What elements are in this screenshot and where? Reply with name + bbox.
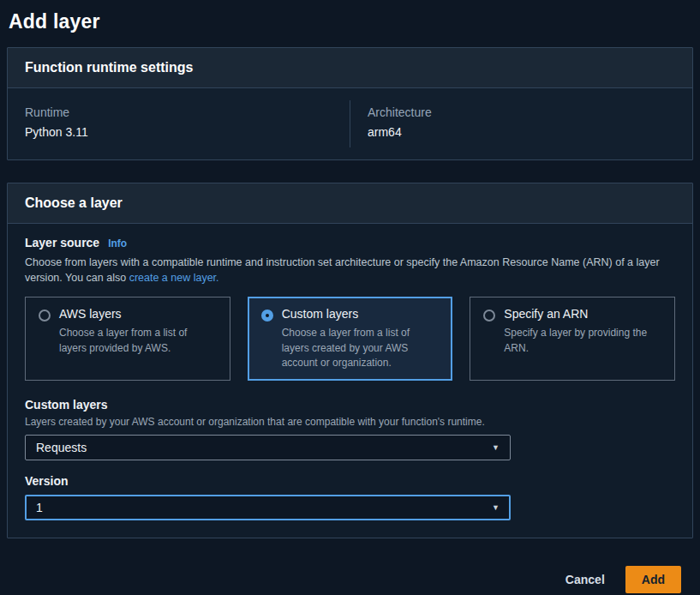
- tile-label: Custom layers: [282, 307, 440, 321]
- create-new-layer-link[interactable]: create a new layer.: [129, 272, 219, 284]
- version-label: Version: [25, 474, 675, 488]
- custom-layers-select[interactable]: Requests ▼: [25, 435, 511, 460]
- tile-description: Choose a layer from a list of layers cre…: [282, 326, 440, 370]
- choose-a-layer-title: Choose a layer: [25, 195, 675, 211]
- radio-unchecked-icon[interactable]: [39, 310, 51, 322]
- add-layer-page: Add layer Function runtime settings Runt…: [0, 0, 700, 593]
- function-runtime-settings-header: Function runtime settings: [8, 48, 692, 88]
- layer-source-label-row: Layer source Info: [25, 236, 675, 249]
- info-link[interactable]: Info: [108, 237, 127, 249]
- tile-label: Specify an ARN: [504, 307, 661, 321]
- tile-text: AWS layers Choose a layer from a list of…: [59, 307, 217, 356]
- custom-layers-field: Custom layers Layers created by your AWS…: [25, 398, 675, 460]
- choose-a-layer-header: Choose a layer: [8, 183, 692, 224]
- tile-label: AWS layers: [59, 307, 217, 321]
- custom-layers-help-text: Layers created by your AWS account or or…: [25, 416, 675, 428]
- runtime-column: Runtime Python 3.11: [8, 100, 350, 147]
- layer-source-tile-specify-an-arn[interactable]: Specify an ARN Specify a layer by provid…: [470, 297, 675, 381]
- choose-a-layer-card: Choose a layer Layer source Info Choose …: [7, 183, 693, 538]
- layer-source-label: Layer source: [25, 236, 99, 249]
- cancel-button[interactable]: Cancel: [552, 567, 619, 592]
- architecture-column: Architecture arm64: [350, 100, 692, 147]
- tile-text: Specify an ARN Specify a layer by provid…: [504, 307, 661, 356]
- runtime-label: Runtime: [25, 105, 332, 119]
- footer-actions: Cancel Add: [7, 561, 693, 593]
- version-selected-value: 1: [36, 501, 43, 514]
- choose-a-layer-body: Layer source Info Choose from layers wit…: [8, 224, 692, 538]
- radio-unchecked-icon[interactable]: [483, 310, 495, 322]
- tile-description: Choose a layer from a list of layers pro…: [59, 326, 217, 356]
- architecture-label: Architecture: [368, 105, 675, 119]
- version-field: Version 1 ▼: [25, 474, 675, 520]
- runtime-value: Python 3.11: [25, 125, 332, 139]
- chevron-down-icon: ▼: [492, 443, 500, 452]
- layer-source-description: Choose from layers with a compatible run…: [25, 255, 675, 285]
- layer-source-tile-aws-layers[interactable]: AWS layers Choose a layer from a list of…: [25, 297, 230, 381]
- tile-description: Specify a layer by providing the ARN.: [504, 326, 661, 356]
- architecture-value: arm64: [368, 125, 675, 139]
- add-button[interactable]: Add: [625, 566, 681, 593]
- layer-source-description-text: Choose from layers with a compatible run…: [25, 256, 660, 284]
- chevron-down-icon: ▼: [492, 503, 500, 512]
- custom-layers-label: Custom layers: [25, 398, 675, 412]
- tile-text: Custom layers Choose a layer from a list…: [282, 307, 440, 370]
- function-runtime-settings-body: Runtime Python 3.11 Architecture arm64: [8, 88, 692, 159]
- custom-layers-selected-value: Requests: [36, 441, 87, 454]
- layer-source-tile-custom-layers[interactable]: Custom layers Choose a layer from a list…: [248, 297, 453, 381]
- function-runtime-settings-card: Function runtime settings Runtime Python…: [7, 47, 693, 160]
- radio-checked-icon[interactable]: [261, 310, 273, 322]
- layer-source-tiles: AWS layers Choose a layer from a list of…: [25, 297, 675, 381]
- page-title: Add layer: [9, 10, 691, 33]
- version-select[interactable]: 1 ▼: [25, 495, 511, 520]
- function-runtime-settings-title: Function runtime settings: [25, 60, 675, 75]
